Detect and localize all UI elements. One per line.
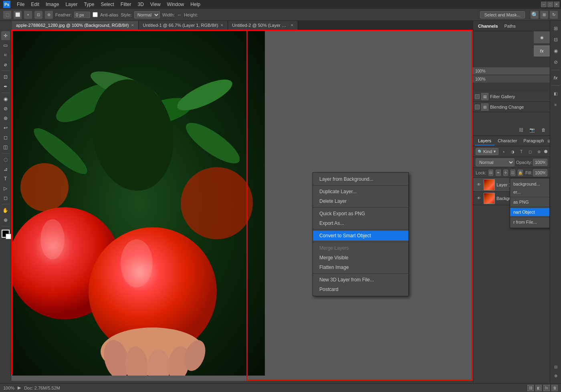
select-mask-button[interactable]: Select and Mask... bbox=[480, 11, 525, 18]
paragraph-tab[interactable]: Paragraph bbox=[520, 137, 547, 145]
tab-untitled-2[interactable]: Untitled-2 @ 50% (Layer 1, RGB/8#) ✕ bbox=[228, 21, 298, 30]
dodge-tool[interactable]: ◌ bbox=[1, 155, 10, 164]
spot-heal-tool[interactable]: ◉ bbox=[1, 95, 10, 103]
trash-icon[interactable]: 🗑 bbox=[539, 126, 547, 134]
ctx-export-as[interactable]: Export As... bbox=[313, 218, 408, 228]
ctx-duplicate-layer[interactable]: Duplicate Layer... bbox=[313, 187, 408, 196]
mini-menu-smart[interactable]: nart Object bbox=[510, 208, 549, 216]
lock-all-icon[interactable]: 🔒 bbox=[518, 170, 523, 176]
mini-menu-png[interactable]: as PNG bbox=[510, 198, 549, 206]
panel-icon-adjust[interactable]: ≡ bbox=[551, 100, 560, 109]
menu-edit[interactable]: Edit bbox=[28, 1, 42, 8]
lock-artboard-icon[interactable]: ⊡ bbox=[511, 170, 515, 176]
tool-option-2[interactable]: ▪ bbox=[24, 11, 32, 19]
lock-transparency-icon[interactable]: ⊟ bbox=[488, 170, 493, 176]
type-filter-icon[interactable]: T bbox=[518, 148, 525, 155]
ctx-convert-smart-object[interactable]: Convert to Smart Object bbox=[313, 231, 408, 240]
eyedropper-tool[interactable]: ✒ bbox=[1, 82, 10, 91]
panel-icon-bottom-2[interactable]: ⊕ bbox=[551, 371, 560, 380]
tab-close-1[interactable]: ✕ bbox=[220, 23, 224, 27]
menu-layer[interactable]: Layer bbox=[63, 1, 80, 8]
opacity-input[interactable] bbox=[533, 159, 547, 166]
fill-input[interactable] bbox=[533, 169, 547, 176]
panel-icon-fx[interactable]: fx bbox=[551, 73, 560, 82]
menu-select[interactable]: Select bbox=[98, 1, 116, 8]
layer1-visibility-icon[interactable]: 👁 bbox=[476, 182, 482, 188]
status-link-icon[interactable]: ⛓ bbox=[527, 385, 534, 391]
path-select-tool[interactable]: ▷ bbox=[1, 184, 10, 193]
ctx-merge-layers[interactable]: Merge Layers bbox=[313, 243, 408, 253]
lock-pixels-icon[interactable]: ✒ bbox=[496, 170, 500, 176]
tool-option-3[interactable]: ⊡ bbox=[34, 11, 42, 19]
menu-file[interactable]: File bbox=[14, 1, 27, 8]
kind-dropdown[interactable]: 🔍 Kind ▼ bbox=[476, 148, 498, 155]
menu-view[interactable]: View bbox=[148, 1, 163, 8]
status-fx-icon[interactable]: fx bbox=[543, 385, 550, 391]
tab-apple-jpg[interactable]: apple-2788662_1280.jpg @ 100% (Backgroun… bbox=[12, 21, 139, 30]
layers-tab[interactable]: Layers bbox=[475, 137, 494, 145]
panel-icon-circle[interactable]: ◉ bbox=[551, 46, 560, 55]
lock-position-icon[interactable]: ✛ bbox=[503, 170, 508, 176]
character-tab[interactable]: Character bbox=[494, 137, 520, 145]
tab-untitled-1[interactable]: Untitled-1 @ 66.7% (Layer 1, RGB/8#) ✕ bbox=[139, 21, 228, 30]
blending-checkbox[interactable] bbox=[475, 105, 480, 109]
tool-option-4[interactable]: ⊚ bbox=[45, 11, 53, 19]
menu-window[interactable]: Window bbox=[165, 1, 187, 8]
maximize-button[interactable]: □ bbox=[547, 2, 553, 7]
panel-icon-grid2[interactable]: ⊟ bbox=[551, 35, 560, 44]
brush-tool[interactable]: ⊘ bbox=[1, 104, 10, 113]
camera-icon[interactable]: 📷 bbox=[528, 126, 536, 134]
blend-mode-select[interactable]: Normal bbox=[476, 158, 515, 166]
lasso-tool[interactable]: ⌗ bbox=[1, 51, 10, 59]
tab-close-0[interactable]: ✕ bbox=[131, 23, 134, 27]
shape-tool[interactable]: ◻ bbox=[1, 194, 10, 202]
filter-gallery-checkbox[interactable] bbox=[475, 94, 480, 99]
pixel-filter-icon[interactable]: ▪ bbox=[500, 148, 507, 155]
zoom-tool[interactable]: ⊕ bbox=[1, 216, 10, 224]
panel-icon-grid[interactable]: ⊞ bbox=[551, 24, 560, 33]
ctx-new-3d-layer[interactable]: New 3D Layer from File... bbox=[313, 275, 408, 285]
shape-filter-icon[interactable]: ◻ bbox=[527, 148, 534, 155]
ctx-flatten-image[interactable]: Flatten Image bbox=[313, 263, 408, 272]
smart-filter-icon[interactable]: ⊛ bbox=[535, 148, 543, 155]
ctx-delete-layer[interactable]: Delete Layer bbox=[313, 196, 408, 206]
magic-wand-tool[interactable]: ⌀ bbox=[1, 60, 10, 69]
background-visibility-icon[interactable]: 👁 bbox=[476, 195, 482, 202]
history-brush-tool[interactable]: ↩ bbox=[1, 123, 10, 132]
foreground-color[interactable] bbox=[2, 230, 10, 238]
fx-icon[interactable]: fx bbox=[534, 45, 550, 57]
anti-alias-checkbox[interactable] bbox=[93, 12, 98, 17]
text-tool[interactable]: T bbox=[1, 174, 10, 183]
link-layers-icon[interactable]: ⛓ bbox=[517, 126, 525, 134]
gradient-tool[interactable]: ◫ bbox=[1, 143, 10, 152]
minimize-button[interactable]: ─ bbox=[541, 2, 547, 7]
menu-filter[interactable]: Filter bbox=[118, 1, 134, 8]
mini-menu-3d[interactable]: r from File... bbox=[510, 218, 549, 226]
mini-menu-er[interactable]: er... bbox=[510, 188, 549, 196]
ctx-merge-visible[interactable]: Merge Visible bbox=[313, 253, 408, 263]
move-tool[interactable]: ✛ bbox=[1, 31, 10, 40]
menu-type[interactable]: Type bbox=[81, 1, 97, 8]
channels-tab[interactable]: Channels bbox=[475, 22, 501, 30]
clone-tool[interactable]: ⊛ bbox=[1, 114, 10, 123]
crop-tool[interactable]: ⊡ bbox=[1, 73, 10, 81]
menu-3d[interactable]: 3D bbox=[135, 1, 146, 8]
tool-option-1[interactable]: ⬜ bbox=[14, 11, 22, 19]
status-trash-icon[interactable]: 🗑 bbox=[551, 385, 558, 391]
ctx-quick-export-png[interactable]: Quick Export as PNG bbox=[313, 209, 408, 218]
hand-tool[interactable]: ✋ bbox=[1, 206, 10, 215]
eraser-tool[interactable]: ◻ bbox=[1, 133, 10, 142]
ctx-layer-from-background[interactable]: Layer from Background... bbox=[313, 174, 408, 184]
menu-help[interactable]: Help bbox=[188, 1, 203, 8]
mini-menu-background[interactable]: background... bbox=[510, 180, 549, 188]
panel-icon-bottom-1[interactable]: ⊟ bbox=[551, 362, 560, 371]
background-color[interactable] bbox=[6, 234, 11, 239]
marquee-tool[interactable]: ▭ bbox=[1, 41, 10, 50]
tab-close-2[interactable]: ✕ bbox=[291, 23, 294, 27]
pen-tool[interactable]: ⊿ bbox=[1, 165, 10, 174]
feather-input[interactable] bbox=[74, 12, 90, 18]
close-button[interactable]: ✕ bbox=[554, 2, 559, 7]
panel-icon-brush[interactable]: ⊘ bbox=[551, 58, 560, 67]
menu-image[interactable]: Image bbox=[43, 1, 61, 8]
paths-tab[interactable]: Paths bbox=[501, 22, 519, 30]
